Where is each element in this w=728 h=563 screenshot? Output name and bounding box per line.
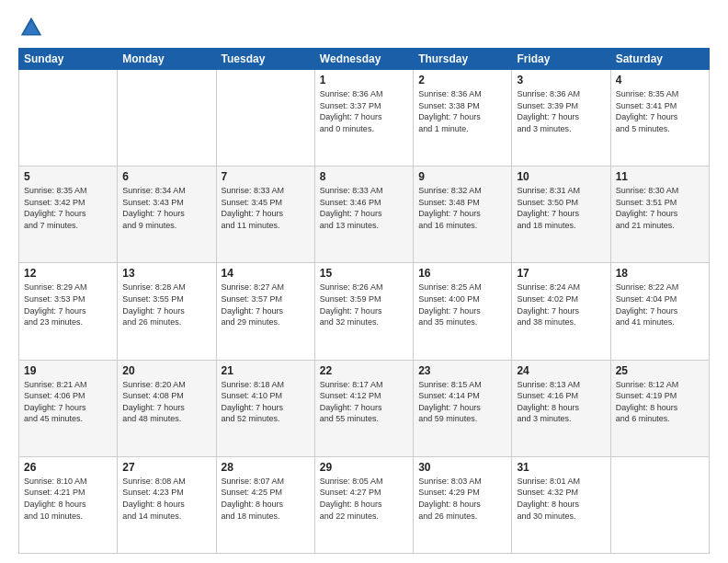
calendar-cell: 29Sunrise: 8:05 AM Sunset: 4:27 PM Dayli…	[314, 456, 413, 553]
day-number: 30	[418, 461, 506, 474]
calendar-cell: 16Sunrise: 8:25 AM Sunset: 4:00 PM Dayli…	[414, 263, 512, 360]
day-number: 19	[24, 364, 112, 377]
day-info: Sunrise: 8:08 AM Sunset: 4:23 PM Dayligh…	[122, 476, 210, 522]
day-number: 8	[320, 170, 408, 183]
day-number: 27	[122, 461, 210, 474]
day-info: Sunrise: 8:32 AM Sunset: 3:48 PM Dayligh…	[418, 185, 506, 231]
day-number: 16	[418, 267, 506, 280]
day-info: Sunrise: 8:35 AM Sunset: 3:42 PM Dayligh…	[24, 185, 112, 231]
day-info: Sunrise: 8:36 AM Sunset: 3:37 PM Dayligh…	[320, 88, 408, 134]
day-info: Sunrise: 8:35 AM Sunset: 3:41 PM Dayligh…	[616, 88, 704, 134]
day-number: 26	[24, 461, 112, 474]
day-number: 15	[320, 267, 408, 280]
day-info: Sunrise: 8:12 AM Sunset: 4:19 PM Dayligh…	[616, 379, 704, 425]
calendar-cell: 26Sunrise: 8:10 AM Sunset: 4:21 PM Dayli…	[19, 456, 118, 553]
week-row-2: 5Sunrise: 8:35 AM Sunset: 3:42 PM Daylig…	[19, 167, 710, 263]
day-number: 21	[222, 364, 310, 377]
weekday-header-wednesday: Wednesday	[314, 49, 413, 70]
calendar-cell: 22Sunrise: 8:17 AM Sunset: 4:12 PM Dayli…	[314, 360, 413, 456]
day-info: Sunrise: 8:29 AM Sunset: 3:53 PM Dayligh…	[24, 282, 112, 327]
day-number: 3	[517, 74, 605, 86]
day-info: Sunrise: 8:07 AM Sunset: 4:25 PM Dayligh…	[222, 476, 310, 522]
day-number: 28	[222, 461, 310, 474]
day-number: 4	[616, 74, 704, 86]
logo-icon	[18, 15, 44, 40]
day-number: 14	[222, 267, 310, 280]
calendar-table: SundayMondayTuesdayWednesdayThursdayFrid…	[18, 48, 710, 554]
calendar-cell: 31Sunrise: 8:01 AM Sunset: 4:32 PM Dayli…	[512, 456, 610, 553]
day-number: 22	[320, 364, 408, 377]
day-info: Sunrise: 8:15 AM Sunset: 4:14 PM Dayligh…	[418, 379, 506, 425]
day-info: Sunrise: 8:25 AM Sunset: 4:00 PM Dayligh…	[418, 282, 506, 327]
calendar-cell: 24Sunrise: 8:13 AM Sunset: 4:16 PM Dayli…	[512, 360, 610, 456]
week-row-1: 1Sunrise: 8:36 AM Sunset: 3:37 PM Daylig…	[19, 70, 710, 167]
calendar-cell	[610, 456, 709, 553]
day-info: Sunrise: 8:33 AM Sunset: 3:45 PM Dayligh…	[222, 185, 310, 231]
header	[18, 15, 710, 40]
day-number: 7	[222, 170, 310, 183]
calendar-cell: 21Sunrise: 8:18 AM Sunset: 4:10 PM Dayli…	[216, 360, 314, 456]
calendar-cell: 18Sunrise: 8:22 AM Sunset: 4:04 PM Dayli…	[610, 263, 709, 360]
day-info: Sunrise: 8:26 AM Sunset: 3:59 PM Dayligh…	[320, 282, 408, 327]
calendar-cell: 19Sunrise: 8:21 AM Sunset: 4:06 PM Dayli…	[19, 360, 118, 456]
logo	[18, 15, 48, 40]
weekday-header-saturday: Saturday	[610, 49, 709, 70]
weekday-header-friday: Friday	[512, 49, 610, 70]
day-info: Sunrise: 8:22 AM Sunset: 4:04 PM Dayligh…	[616, 282, 704, 327]
weekday-header-monday: Monday	[118, 49, 216, 70]
calendar-cell: 15Sunrise: 8:26 AM Sunset: 3:59 PM Dayli…	[314, 263, 413, 360]
day-info: Sunrise: 8:05 AM Sunset: 4:27 PM Dayligh…	[320, 476, 408, 522]
day-number: 1	[320, 74, 408, 86]
weekday-header-tuesday: Tuesday	[216, 49, 314, 70]
day-info: Sunrise: 8:33 AM Sunset: 3:46 PM Dayligh…	[320, 185, 408, 231]
day-number: 20	[122, 364, 210, 377]
day-number: 31	[517, 461, 605, 474]
calendar-cell: 27Sunrise: 8:08 AM Sunset: 4:23 PM Dayli…	[118, 456, 216, 553]
day-number: 6	[122, 170, 210, 183]
calendar-cell: 13Sunrise: 8:28 AM Sunset: 3:55 PM Dayli…	[118, 263, 216, 360]
day-number: 29	[320, 461, 408, 474]
day-number: 24	[517, 364, 605, 377]
day-number: 9	[418, 170, 506, 183]
calendar-cell	[216, 70, 314, 167]
calendar-cell: 4Sunrise: 8:35 AM Sunset: 3:41 PM Daylig…	[610, 70, 709, 167]
day-info: Sunrise: 8:21 AM Sunset: 4:06 PM Dayligh…	[24, 379, 112, 425]
week-row-4: 19Sunrise: 8:21 AM Sunset: 4:06 PM Dayli…	[19, 360, 710, 456]
day-number: 23	[418, 364, 506, 377]
calendar-cell: 3Sunrise: 8:36 AM Sunset: 3:39 PM Daylig…	[512, 70, 610, 167]
day-info: Sunrise: 8:10 AM Sunset: 4:21 PM Dayligh…	[24, 476, 112, 522]
weekday-header-thursday: Thursday	[414, 49, 512, 70]
day-number: 2	[418, 74, 506, 86]
day-info: Sunrise: 8:30 AM Sunset: 3:51 PM Dayligh…	[616, 185, 704, 231]
calendar-cell: 14Sunrise: 8:27 AM Sunset: 3:57 PM Dayli…	[216, 263, 314, 360]
calendar-cell: 6Sunrise: 8:34 AM Sunset: 3:43 PM Daylig…	[118, 167, 216, 263]
calendar-cell: 11Sunrise: 8:30 AM Sunset: 3:51 PM Dayli…	[610, 167, 709, 263]
calendar-cell	[118, 70, 216, 167]
day-number: 13	[122, 267, 210, 280]
day-info: Sunrise: 8:01 AM Sunset: 4:32 PM Dayligh…	[517, 476, 605, 522]
day-number: 12	[24, 267, 112, 280]
calendar-cell: 9Sunrise: 8:32 AM Sunset: 3:48 PM Daylig…	[414, 167, 512, 263]
day-info: Sunrise: 8:31 AM Sunset: 3:50 PM Dayligh…	[517, 185, 605, 231]
day-number: 18	[616, 267, 704, 280]
calendar-cell: 20Sunrise: 8:20 AM Sunset: 4:08 PM Dayli…	[118, 360, 216, 456]
day-number: 5	[24, 170, 112, 183]
calendar-cell	[19, 70, 118, 167]
day-info: Sunrise: 8:36 AM Sunset: 3:38 PM Dayligh…	[418, 88, 506, 134]
day-info: Sunrise: 8:28 AM Sunset: 3:55 PM Dayligh…	[122, 282, 210, 327]
day-info: Sunrise: 8:18 AM Sunset: 4:10 PM Dayligh…	[222, 379, 310, 425]
calendar-cell: 1Sunrise: 8:36 AM Sunset: 3:37 PM Daylig…	[314, 70, 413, 167]
day-number: 17	[517, 267, 605, 280]
week-row-5: 26Sunrise: 8:10 AM Sunset: 4:21 PM Dayli…	[19, 456, 710, 553]
calendar-cell: 10Sunrise: 8:31 AM Sunset: 3:50 PM Dayli…	[512, 167, 610, 263]
week-row-3: 12Sunrise: 8:29 AM Sunset: 3:53 PM Dayli…	[19, 263, 710, 360]
day-info: Sunrise: 8:36 AM Sunset: 3:39 PM Dayligh…	[517, 88, 605, 134]
calendar-cell: 7Sunrise: 8:33 AM Sunset: 3:45 PM Daylig…	[216, 167, 314, 263]
day-info: Sunrise: 8:13 AM Sunset: 4:16 PM Dayligh…	[517, 379, 605, 425]
day-info: Sunrise: 8:27 AM Sunset: 3:57 PM Dayligh…	[222, 282, 310, 327]
day-number: 11	[616, 170, 704, 183]
day-info: Sunrise: 8:24 AM Sunset: 4:02 PM Dayligh…	[517, 282, 605, 327]
calendar-cell: 23Sunrise: 8:15 AM Sunset: 4:14 PM Dayli…	[414, 360, 512, 456]
weekday-header-row: SundayMondayTuesdayWednesdayThursdayFrid…	[19, 49, 710, 70]
calendar-cell: 2Sunrise: 8:36 AM Sunset: 3:38 PM Daylig…	[414, 70, 512, 167]
